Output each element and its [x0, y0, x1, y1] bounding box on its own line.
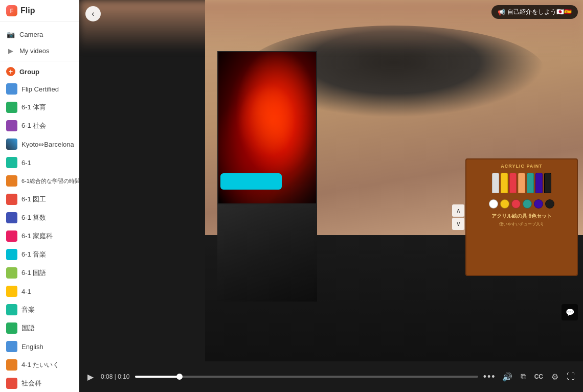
chevron-up-icon: ∧ [456, 207, 461, 214]
sidebar-item-4-1-label: 4-1 [21, 288, 31, 295]
video-inset-overlay [217, 204, 317, 302]
sidebar-item-english[interactable]: English [0, 337, 79, 356]
sidebar-item-6-1-sansu[interactable]: 6-1 算数 [0, 209, 79, 227]
paint-set-sub2: 使いやすいチューブ入り [470, 221, 573, 227]
sidebar-item-4-1-taiiku[interactable]: 4-1 たいいく [0, 356, 79, 374]
sidebar-item-my-videos-label: My videos [19, 47, 50, 55]
time-display: 0:08 | 0:10 [101, 373, 130, 380]
topic-badge: 📢 自己紹介をしよう🇯🇵🇪🇸 [491, 5, 578, 19]
camera-icon: 📷 [6, 30, 15, 39]
group-thumb-kokugo [6, 322, 17, 334]
more-icon: ••• [483, 372, 496, 382]
video-dark-area [79, 0, 205, 361]
paint-circle-yellow [500, 199, 509, 209]
sidebar-item-6-1-label: 6-1 [21, 159, 31, 167]
sidebar-header: F Flip [0, 0, 79, 22]
progress-fill [135, 376, 180, 378]
sidebar-item-6-1-zuko[interactable]: 6-1 図工 [0, 190, 79, 209]
video-controls-bar: ▶ 0:08 | 0:10 ••• 🔊 ⧉ CC [79, 361, 583, 392]
sidebar-item-4-1[interactable]: 4-1 [0, 282, 79, 301]
group-thumb-6-1 [6, 157, 17, 168]
paint-colors-row [470, 197, 573, 211]
fullscreen-icon: ⛶ [567, 372, 575, 381]
video-container: ‹ [79, 0, 583, 392]
sidebar-item-my-videos[interactable]: ▶ My videos [0, 42, 79, 59]
volume-icon: 🔊 [502, 372, 512, 382]
paint-circle-black [545, 199, 554, 209]
sidebar-item-6-1-kokugo[interactable]: 6-1 国語 [0, 264, 79, 282]
sidebar-item-6-1-taiiku-label: 6-1 体育 [21, 103, 46, 112]
group-thumb-english [6, 341, 17, 352]
sidebar-item-kokugo[interactable]: 国語 [0, 319, 79, 337]
sidebar-item-english-label: English [21, 343, 43, 351]
play-icon: ▶ [6, 46, 15, 55]
sidebar-item-6-1-shakai[interactable]: 6-1 社会 [0, 117, 79, 135]
comment-button[interactable]: 💬 [562, 304, 578, 320]
group-thumb-6-1-katei [6, 230, 17, 242]
settings-button[interactable]: ⚙ [549, 370, 560, 384]
group-label: Group [19, 68, 39, 76]
group-thumb-6-1-kokugo [6, 267, 17, 279]
group-plus-icon: + [6, 67, 15, 76]
sidebar-item-6-1-zuko-label: 6-1 図工 [21, 195, 46, 204]
group-thumb-4-1 [6, 286, 17, 297]
sidebar-item-ongaku-label: 音楽 [21, 305, 35, 314]
caption-button[interactable]: CC [532, 371, 545, 382]
sidebar-item-6-1-shakai-label: 6-1 社会 [21, 121, 46, 130]
sidebar-item-6-1-katei[interactable]: 6-1 家庭科 [0, 227, 79, 245]
sidebar-group-header[interactable]: + Group [0, 63, 79, 80]
video-background: ACRYLIC PAINT [79, 0, 583, 361]
back-button[interactable]: ‹ [85, 6, 101, 21]
sidebar-item-camera-label: Camera [19, 31, 43, 38]
progress-thumb [176, 374, 183, 380]
group-thumb-4-1-taiiku [6, 359, 17, 371]
sidebar-item-6-1-ongaku[interactable]: 6-1 音楽 [0, 245, 79, 264]
sidebar-item-6-1-sougou[interactable]: 6-1総合的な学習の時間 [0, 172, 79, 190]
group-thumb-kyoto-barcelona [6, 139, 17, 150]
sidebar-item-6-1-taiiku[interactable]: 6-1 体育 [0, 98, 79, 117]
paint-circle-green [523, 199, 532, 209]
volume-button[interactable]: 🔊 [500, 370, 514, 384]
sidebar-item-4-1-taiiku-label: 4-1 たいいく [21, 360, 59, 370]
sidebar-item-shakaika[interactable]: 社会科 [0, 374, 79, 392]
sidebar-item-camera[interactable]: 📷 Camera [0, 26, 79, 42]
sidebar: F Flip 📷 Camera ▶ My videos + Group Flip… [0, 0, 79, 392]
progress-bar[interactable] [135, 376, 478, 378]
sidebar-item-6-1-sougou-label: 6-1総合的な学習の時間 [21, 177, 79, 185]
scroll-up-button[interactable]: ∧ [452, 204, 464, 217]
main-content: ‹ [79, 0, 583, 392]
paint-set-title: ACRYLIC PAINT [470, 164, 573, 169]
flip-logo-icon: F [6, 5, 17, 16]
group-thumb-6-1-zuko [6, 194, 17, 205]
paint-circle-white [489, 199, 498, 209]
pip-icon: ⧉ [521, 372, 526, 381]
sidebar-item-6-1[interactable]: 6-1 [0, 153, 79, 172]
group-thumb-flip-certified [6, 83, 17, 95]
sidebar-item-6-1-ongaku-label: 6-1 音楽 [21, 250, 46, 259]
scroll-arrows: ∧ ∨ [452, 204, 464, 230]
video-caption-box [220, 173, 282, 190]
sidebar-nav: 📷 Camera ▶ My videos + Group Flip Certif… [0, 22, 79, 392]
app-logo[interactable]: F Flip [6, 5, 35, 16]
sidebar-item-flip-certified[interactable]: Flip Certified [0, 80, 79, 98]
video-paint-set-overlay: ACRYLIC PAINT [465, 158, 578, 276]
comment-icon: 💬 [566, 308, 574, 316]
sidebar-item-kyoto-barcelona-label: Kyoto⇔Barcelona [21, 141, 74, 148]
play-button[interactable]: ▶ [85, 370, 96, 384]
paint-circle-blue [534, 199, 543, 209]
group-thumb-6-1-ongaku [6, 249, 17, 260]
megaphone-icon: 📢 [498, 9, 505, 16]
group-thumb-6-1-sougou [6, 175, 17, 187]
sidebar-divider [0, 61, 79, 61]
more-options-button[interactable]: ••• [483, 372, 496, 382]
sidebar-item-6-1-kokugo-label: 6-1 国語 [21, 268, 46, 278]
fullscreen-button[interactable]: ⛶ [565, 370, 577, 383]
sidebar-item-shakaika-label: 社会科 [21, 379, 41, 388]
sidebar-item-kokugo-label: 国語 [21, 324, 35, 333]
controls-right: ••• 🔊 ⧉ CC ⚙ ⛶ [483, 370, 577, 384]
sidebar-item-kyoto-barcelona[interactable]: Kyoto⇔Barcelona [0, 135, 79, 153]
pip-button[interactable]: ⧉ [519, 370, 528, 383]
scroll-down-button[interactable]: ∨ [452, 218, 464, 230]
caption-icon: CC [534, 373, 543, 380]
sidebar-item-ongaku[interactable]: 音楽 [0, 301, 79, 319]
